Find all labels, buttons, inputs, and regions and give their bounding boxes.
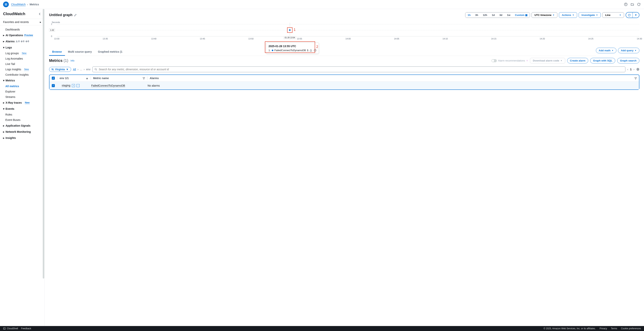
chart-highlight-y: 1.02 — [49, 28, 55, 32]
sidebar-group-logs[interactable]: ▾Logs — [0, 44, 44, 50]
sort-asc-icon: ▲ — [86, 77, 88, 80]
sidebar-item-explorer[interactable]: Explorer — [0, 89, 44, 94]
toggle-switch[interactable] — [492, 59, 497, 62]
chart-gridline — [57, 30, 640, 30]
settings-icon[interactable] — [636, 68, 640, 71]
row-checkbox[interactable]: ✓ — [52, 84, 55, 87]
col-env[interactable]: env 1/1▲ — [60, 77, 88, 80]
sidebar-item-all-metrics[interactable]: All metrics — [0, 83, 44, 89]
sidebar-item-logs-insights[interactable]: Logs Insights New — [0, 67, 44, 72]
range-1w[interactable]: 1w — [505, 12, 513, 18]
breadcrumb-root[interactable]: CloudWatch — [11, 3, 26, 6]
expand-icon[interactable]: ＋ — [72, 84, 75, 87]
collapse-sidebar-button[interactable] — [38, 13, 41, 15]
range-1d[interactable]: 1d — [490, 12, 497, 18]
cell-env[interactable]: staging — [62, 84, 70, 87]
sidebar-item-rules[interactable]: Rules — [0, 112, 44, 117]
cell-metric[interactable]: FailedConnectToDynamoDB — [91, 84, 125, 87]
refresh-button[interactable] — [626, 12, 633, 18]
pager: ‹ 1 › — [627, 68, 640, 71]
crumb-env: env — [86, 68, 90, 71]
region-selector[interactable]: N. Virginia▼ — [49, 67, 71, 72]
select-all-checkbox[interactable]: ✓ — [52, 77, 55, 80]
sidebar-group-app-signals[interactable]: ▸Application Signals — [0, 123, 44, 129]
add-query-button[interactable]: Add query▼ — [618, 48, 640, 53]
menu-button[interactable] — [3, 1, 9, 7]
add-math-button[interactable]: Add math▼ — [596, 48, 616, 53]
search-input[interactable] — [99, 68, 623, 71]
feedback-link[interactable]: Feedback — [21, 327, 31, 330]
alarm-recommendations-toggle[interactable]: Alarm recommendations ♀ — [492, 59, 528, 62]
chart-xtick: 14:30 — [637, 37, 642, 40]
sidebar-item-dashboards[interactable]: Dashboards — [0, 27, 44, 32]
sidebar-group-alarms[interactable]: ▸ Alarms ⚠0 ⊘0 ⊖0 — [0, 38, 44, 44]
chevron-right-icon: › — [27, 3, 28, 6]
svg-rect-8 — [4, 328, 6, 329]
graph-search-button[interactable]: Graph search — [617, 58, 640, 63]
privacy-link[interactable]: Privacy — [600, 327, 607, 330]
info-icon[interactable] — [624, 2, 628, 6]
prev-page-button[interactable]: ‹ — [627, 68, 628, 71]
col-alarms[interactable]: Alarms▽ — [150, 77, 637, 80]
chart-xtick: 13:45 — [200, 37, 205, 40]
tab-multi-source[interactable]: Multi source query — [65, 48, 95, 56]
footer: CloudShell Feedback © 2025, Amazon Web S… — [0, 326, 644, 331]
next-page-button[interactable]: › — [634, 68, 634, 71]
favorites-section[interactable]: Favorites and recents ▸ — [0, 19, 44, 25]
tab-graphed-metrics[interactable]: Graphed metrics (1 — [95, 48, 126, 56]
sidebar-item-event-buses[interactable]: Event Buses — [0, 117, 44, 123]
crumb-dots[interactable]: ... — [80, 68, 82, 71]
create-alarm-button[interactable]: Create alarm — [567, 58, 588, 63]
collapse-icon[interactable]: － — [76, 84, 80, 87]
timezone-selector[interactable]: UTC timezone▼ — [532, 12, 557, 18]
sidebar-item-log-groups[interactable]: Log groups New — [0, 50, 44, 56]
chart-ytick: 2 — [51, 23, 52, 25]
range-3h[interactable]: 3h — [473, 12, 480, 18]
sidebar-item-contributor[interactable]: Contributor Insights — [0, 72, 44, 77]
cookie-link[interactable]: Cookie preferences — [621, 327, 641, 330]
chart-plot-area[interactable]: 2 0 1.02 01-28 13:54 1 — [57, 24, 640, 36]
investigate-button[interactable]: Investigate▼ — [579, 12, 601, 18]
caret-down-icon: ▼ — [612, 49, 614, 51]
top-bar: CloudWatch › Metrics — [0, 0, 644, 9]
chevron-right-icon: › — [84, 68, 85, 71]
terms-link[interactable]: Terms — [611, 327, 617, 330]
caret-down-icon: ▼ — [634, 49, 636, 51]
chart-type-selector[interactable]: Line▼ — [602, 12, 624, 18]
sidebar-group-xray[interactable]: ▸X-Ray traces New — [0, 100, 44, 106]
chart-xtick: 14:00 — [346, 37, 351, 40]
range-12h[interactable]: 12h — [480, 12, 490, 18]
preview-badge: Preview — [24, 34, 33, 37]
sidebar-group-net-mon[interactable]: ▸Network Monitoring — [0, 129, 44, 135]
download-alarm-code-button[interactable]: Download alarm code▼ — [530, 58, 565, 63]
folder-icon[interactable] — [630, 2, 634, 6]
crumb-all[interactable]: All — [73, 68, 76, 71]
graph-sql-button[interactable]: Graph with SQL — [590, 58, 615, 63]
sidebar-item-streams[interactable]: Streams — [0, 94, 44, 100]
tab-browse[interactable]: Browse — [49, 48, 65, 56]
info-link[interactable]: Info — [70, 59, 74, 62]
range-3d[interactable]: 3d — [497, 12, 505, 18]
cloudshell-button[interactable]: CloudShell — [3, 327, 18, 330]
chart-xtick: 14:05 — [394, 37, 399, 40]
chart: Seconds 2 0 1.02 01-28 13:54 1 13:30 — [49, 21, 640, 40]
refresh-settings-icon[interactable] — [637, 2, 641, 6]
sidebar-group-metrics[interactable]: ▾Metrics — [0, 77, 44, 83]
table-row[interactable]: ✓ staging ＋ － FailedConnectToDynamoDB No… — [50, 82, 639, 89]
annotation-label-2: 2 — [316, 45, 318, 49]
sidebar-item-log-anomalies[interactable]: Log Anomalies — [0, 56, 44, 61]
actions-button[interactable]: Actions▼ — [559, 12, 577, 18]
refresh-dropdown[interactable]: ▼ — [633, 12, 639, 18]
sidebar-group-insights[interactable]: ▸Insights — [0, 135, 44, 141]
col-metric[interactable]: Metric name▽ — [93, 77, 145, 80]
edit-title-button[interactable] — [74, 14, 77, 16]
sidebar-item-live-tail[interactable]: Live Tail — [0, 61, 44, 67]
range-custom[interactable]: Custom ▦ — [513, 12, 530, 18]
sidebar-group-events[interactable]: ▾Events — [0, 106, 44, 112]
sidebar-group-aiops[interactable]: ▸ AI Operations Preview — [0, 32, 44, 38]
chevron-right-icon: › — [78, 68, 78, 71]
table-header: ✓ env 1/1▲ Metric name▽ Alarms▽ — [50, 75, 639, 82]
search-box[interactable] — [92, 66, 626, 72]
scrollbar[interactable] — [43, 9, 44, 279]
range-1h[interactable]: 1h — [465, 12, 473, 18]
